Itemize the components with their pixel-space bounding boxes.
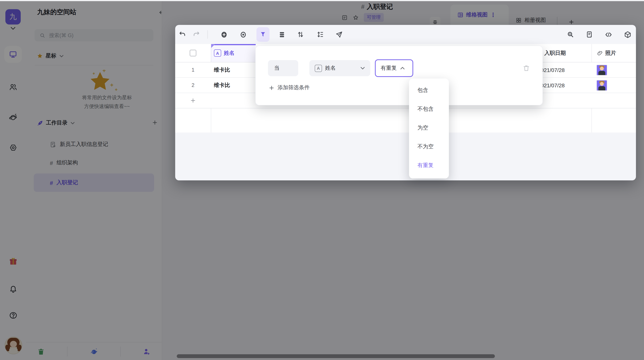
row-number[interactable]: 1 xyxy=(175,62,211,78)
chevron-up-icon xyxy=(400,65,405,71)
hide-fields-button[interactable] xyxy=(238,29,248,40)
select-all-cell[interactable] xyxy=(175,44,211,62)
text-field-icon: A xyxy=(315,64,322,72)
cell-photo[interactable] xyxy=(592,78,636,93)
menu-item-contains[interactable]: 包含 xyxy=(409,81,449,100)
cell-date[interactable]: 2021/07/28 xyxy=(536,62,592,78)
filter-operator-select[interactable]: 有重复 xyxy=(375,59,413,77)
select-all-checkbox[interactable] xyxy=(190,50,196,56)
menu-item-has-duplicates[interactable]: 有重复 xyxy=(409,156,449,175)
group-icon xyxy=(317,31,324,38)
operator-dropdown: 包含 不包含 为空 不为空 有重复 xyxy=(409,78,449,178)
api-code-icon xyxy=(604,30,612,38)
app-window: 九 xyxy=(0,0,644,360)
cell-photo[interactable] xyxy=(592,62,636,78)
cell-date[interactable]: 2021/07/28 xyxy=(536,78,592,93)
plus-icon xyxy=(190,98,196,103)
filter-panel: 当 A 姓名 有重复 添加筛选条件 xyxy=(255,45,543,105)
search-records-button[interactable] xyxy=(565,29,576,40)
share-icon xyxy=(335,31,342,38)
column-header-photo[interactable]: 照片 xyxy=(592,44,636,62)
widget-button[interactable] xyxy=(622,29,633,40)
search-icon xyxy=(566,31,574,38)
undo-button[interactable] xyxy=(177,29,188,40)
chevron-down-icon xyxy=(360,65,365,71)
filter-button[interactable] xyxy=(256,27,270,42)
expand-record-button[interactable] xyxy=(584,29,595,40)
sort-button[interactable] xyxy=(295,29,306,40)
add-record-icon xyxy=(220,30,228,38)
attachment-thumbnail[interactable] xyxy=(596,64,607,75)
column-header-date[interactable]: 入职日期 xyxy=(536,44,592,62)
expand-record-icon xyxy=(586,31,594,38)
row-number[interactable]: 2 xyxy=(175,78,211,93)
api-button[interactable] xyxy=(603,29,614,40)
menu-item-is-empty[interactable]: 为空 xyxy=(409,118,449,137)
filter-funnel-icon xyxy=(260,31,266,38)
row-height-button[interactable] xyxy=(276,29,287,40)
widget-cube-icon xyxy=(624,30,632,38)
column-header-name[interactable]: A 姓名 xyxy=(211,44,255,62)
trash-icon xyxy=(522,64,530,72)
delete-condition-button[interactable] xyxy=(522,64,530,72)
filter-field-select[interactable]: A 姓名 xyxy=(309,60,370,76)
share-button[interactable] xyxy=(334,29,344,40)
paperclip-icon xyxy=(597,50,603,56)
divider xyxy=(208,30,208,39)
plus-icon xyxy=(269,85,274,91)
menu-item-not-contains[interactable]: 不包含 xyxy=(409,100,449,118)
filter-when-chip: 当 xyxy=(268,60,298,76)
attachment-thumbnail[interactable] xyxy=(596,80,607,91)
redo-button[interactable] xyxy=(191,29,202,40)
hide-fields-eye-icon xyxy=(239,30,247,38)
add-filter-condition-button[interactable]: 添加筛选条件 xyxy=(269,84,310,91)
sort-icon xyxy=(297,31,304,38)
text-field-icon: A xyxy=(214,49,221,57)
window-top-edge xyxy=(0,0,644,1)
row-height-icon xyxy=(278,31,286,38)
add-record-button[interactable] xyxy=(218,29,229,40)
group-button[interactable] xyxy=(315,29,326,40)
menu-item-is-not-empty[interactable]: 不为空 xyxy=(409,137,449,156)
